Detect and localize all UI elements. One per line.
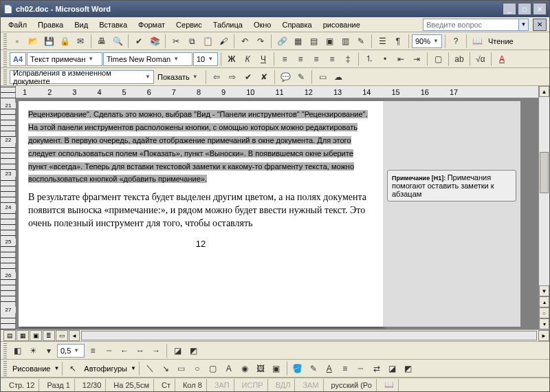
style-quick[interactable]: A4 bbox=[10, 52, 26, 66]
show-combo[interactable]: Показать▼ bbox=[155, 70, 203, 84]
paste-icon[interactable]: 📋 bbox=[200, 34, 215, 49]
document-page[interactable]: Рецензирование". Сделать это можно, выбр… bbox=[19, 101, 383, 327]
zoom-combo[interactable]: 90%▼ bbox=[412, 34, 442, 48]
borders-icon[interactable]: ▢ bbox=[430, 52, 446, 67]
status-trk[interactable]: ИСПР bbox=[238, 379, 268, 391]
align-left-icon[interactable]: ≡ bbox=[277, 52, 292, 67]
justify-icon[interactable]: ≡ bbox=[324, 52, 340, 67]
textbox-tool-icon[interactable]: ▢ bbox=[206, 361, 221, 376]
arrows-icon[interactable]: ⇄ bbox=[369, 361, 384, 376]
diagram-icon[interactable]: ◉ bbox=[237, 361, 252, 376]
body-text[interactable]: В результате фрагмент текста будет выдел… bbox=[28, 191, 373, 230]
toolbar-grip[interactable] bbox=[3, 52, 7, 67]
arrow-tool-icon[interactable]: ↘ bbox=[158, 361, 173, 376]
toolbar-grip[interactable] bbox=[3, 34, 7, 49]
line-weight-combo[interactable]: 0,5▼ bbox=[57, 344, 85, 358]
font-combo[interactable]: Times New Roman▼ bbox=[103, 52, 192, 66]
menu-view[interactable]: Вид bbox=[69, 19, 93, 30]
new-doc-icon[interactable]: ▫ bbox=[10, 34, 25, 49]
menu-format[interactable]: Формат bbox=[133, 19, 170, 30]
format-painter-icon[interactable]: 🖌 bbox=[216, 34, 231, 49]
maximize-button[interactable]: □ bbox=[518, 3, 531, 15]
dash-icon[interactable]: ┄ bbox=[353, 361, 368, 376]
reading-view-icon[interactable]: ▭ bbox=[56, 330, 68, 341]
menu-file[interactable]: Файл bbox=[3, 19, 32, 30]
status-ext[interactable]: ВДЛ bbox=[272, 379, 296, 391]
tables-borders-icon[interactable]: ▦ bbox=[290, 34, 305, 49]
excel-icon[interactable]: ▣ bbox=[322, 34, 337, 49]
autoshapes-menu[interactable]: Автофигуры bbox=[81, 364, 130, 373]
help-question-dropdown[interactable]: ▼ bbox=[519, 19, 529, 31]
track-changes-icon[interactable]: ✎ bbox=[294, 69, 309, 85]
accept-change-icon[interactable]: ✔ bbox=[241, 69, 256, 85]
menu-edit[interactable]: Правка bbox=[33, 19, 68, 30]
reject-change-icon[interactable]: ✘ bbox=[256, 69, 272, 85]
status-spell-icon[interactable]: 📖 bbox=[380, 379, 399, 391]
preview-icon[interactable]: 🔍 bbox=[110, 34, 125, 49]
scroll-down-icon[interactable]: ▼ bbox=[539, 285, 549, 296]
review-mode-combo[interactable]: Исправления в измененном документе▼ bbox=[10, 70, 154, 84]
line-spacing-icon[interactable]: ‡ bbox=[340, 52, 355, 67]
rectangle-tool-icon[interactable]: ▭ bbox=[174, 361, 189, 376]
menu-table[interactable]: Таблица bbox=[208, 19, 248, 30]
hyperlink-icon[interactable]: 🔗 bbox=[274, 34, 289, 49]
scroll-left-icon[interactable]: ◄ bbox=[69, 330, 80, 341]
next-change-icon[interactable]: ⇨ bbox=[225, 69, 240, 85]
redo-icon[interactable]: ↷ bbox=[253, 34, 268, 49]
prev-change-icon[interactable]: ⇦ bbox=[209, 69, 224, 85]
size-combo[interactable]: 10▼ bbox=[193, 52, 218, 66]
arrow-style-icon[interactable]: ↔ bbox=[133, 343, 148, 358]
color-fill-icon[interactable]: ◧ bbox=[10, 343, 25, 358]
horizontal-ruler[interactable]: 1 2 3 4 5 6 7 8 9 10 11 12 13 14 15 16 1 bbox=[16, 86, 538, 98]
vertical-scrollbar[interactable]: ▲ ▼ ▴ ○ ▾ bbox=[538, 86, 549, 329]
insert-comment-icon[interactable]: 💬 bbox=[278, 69, 293, 85]
scroll-thumb[interactable] bbox=[540, 152, 549, 193]
print-icon[interactable]: 🖶 bbox=[94, 34, 109, 49]
vertical-ruler[interactable]: 21 22 23 24 25 26 27 bbox=[1, 86, 16, 329]
status-rec[interactable]: ЗАП bbox=[210, 379, 234, 391]
status-language[interactable]: русский (Ро bbox=[327, 379, 377, 391]
indent-icon[interactable]: ⇥ bbox=[409, 52, 424, 67]
doc-close-button[interactable]: ✕ bbox=[533, 19, 547, 31]
arrow-end-icon[interactable]: → bbox=[148, 343, 164, 358]
align-center-icon[interactable]: ≡ bbox=[293, 52, 308, 67]
cut-icon[interactable]: ✂ bbox=[168, 34, 184, 49]
shadows-icon[interactable]: ◪ bbox=[170, 343, 185, 358]
line-tool-icon[interactable]: ＼ bbox=[142, 361, 157, 376]
underline-icon[interactable]: Ч bbox=[256, 52, 271, 67]
help-question-input[interactable] bbox=[423, 19, 519, 31]
comment-balloon[interactable]: Примечание [Н1]: Примечания помогают ост… bbox=[387, 170, 516, 202]
print-view-icon[interactable]: ▣ bbox=[30, 330, 42, 341]
scroll-right-icon[interactable]: ► bbox=[538, 330, 549, 341]
open-icon[interactable]: 📂 bbox=[25, 34, 41, 49]
insert-table-icon[interactable]: ▤ bbox=[306, 34, 321, 49]
more-colors-icon[interactable]: ▾ bbox=[41, 343, 56, 358]
drawing-menu[interactable]: Рисование bbox=[10, 364, 53, 373]
line-style-icon[interactable]: ≡ bbox=[85, 343, 100, 358]
permissions-icon[interactable]: 🔒 bbox=[57, 34, 72, 49]
menu-help[interactable]: Справка bbox=[277, 19, 316, 30]
browse-object-icon[interactable]: ○ bbox=[539, 307, 549, 318]
email-icon[interactable]: ✉ bbox=[73, 34, 88, 49]
reading-mode-icon[interactable]: 📖 bbox=[470, 34, 485, 49]
web-view-icon[interactable]: ▦ bbox=[16, 330, 29, 341]
text-color-icon[interactable]: A bbox=[322, 361, 337, 376]
balloon-icon[interactable]: ☁ bbox=[331, 69, 346, 85]
horizontal-scrollbar[interactable]: ◄ ► bbox=[69, 330, 549, 341]
brightness-icon[interactable]: ☀ bbox=[25, 343, 41, 358]
line-weight-icon[interactable]: ≡ bbox=[338, 361, 353, 376]
research-icon[interactable]: 📚 bbox=[147, 34, 162, 49]
copy-icon[interactable]: ⧉ bbox=[184, 34, 199, 49]
page-container[interactable]: Рецензирование". Сделать это можно, выбр… bbox=[16, 98, 538, 329]
menu-drawing[interactable]: рисование bbox=[318, 19, 365, 30]
shadow-icon[interactable]: ◪ bbox=[385, 361, 400, 376]
scroll-up-icon[interactable]: ▲ bbox=[539, 86, 549, 97]
line-color-icon[interactable]: ✎ bbox=[306, 361, 321, 376]
select-arrow-icon[interactable]: ↖ bbox=[65, 361, 80, 376]
toolbar-grip[interactable] bbox=[3, 69, 7, 85]
picture-icon[interactable]: ▣ bbox=[269, 361, 284, 376]
oval-tool-icon[interactable]: ○ bbox=[190, 361, 205, 376]
style-combo[interactable]: Текст примечан▼ bbox=[27, 52, 102, 66]
3d-effects-icon[interactable]: ◩ bbox=[401, 361, 416, 376]
outdent-icon[interactable]: ⇤ bbox=[393, 52, 408, 67]
